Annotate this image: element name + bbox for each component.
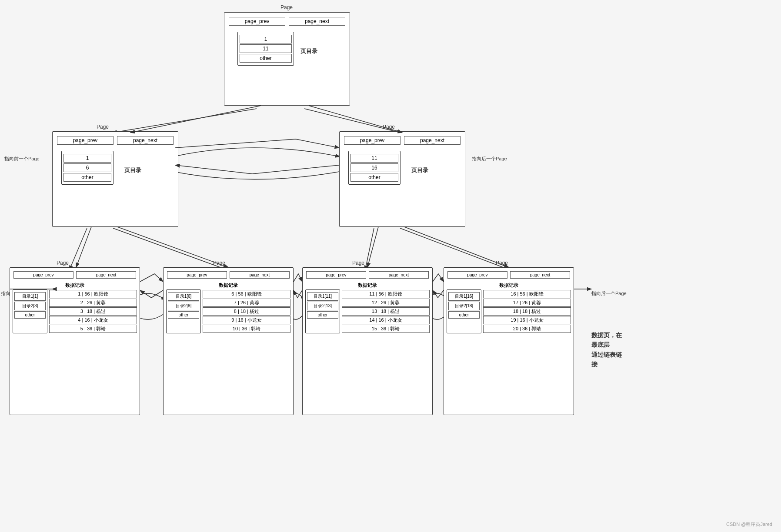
- l1-left-entry-6: 6: [63, 163, 111, 172]
- l2-page1-box: page_prev page_next 数据记录 目录1[6] 目录2[8] o…: [163, 267, 294, 415]
- root-page-prev: page_prev: [229, 17, 285, 26]
- l2p1-row2: 7 | 26 | 黄蓉: [203, 299, 290, 307]
- l2p3-dir2: 目录2[18]: [448, 302, 480, 310]
- l2p0-data-rows: 1 | 56 | 欧阳锋 2 | 26 | 黄蓉 3 | 18 | 杨过 4 |…: [49, 289, 137, 333]
- svg-line-3: [113, 228, 226, 269]
- l1-right-page-prev: page_prev: [344, 136, 401, 145]
- l1-right-page-label: Page: [383, 124, 395, 130]
- l2p0-data-label: 数据记录: [10, 282, 140, 289]
- root-entry-1: 1: [240, 35, 292, 43]
- l1-left-dir-box: 1 6 other: [61, 151, 113, 185]
- point-next-l2: 指向后一个Page: [591, 290, 627, 297]
- l1-left-page-label: Page: [97, 124, 109, 130]
- root-page-box: page_prev page_next 1 11 other 页目录: [224, 12, 350, 106]
- watermark: CSDN @程序员Jared: [726, 521, 772, 528]
- l2p1-row3: 8 | 18 | 杨过: [203, 307, 290, 316]
- l2p1-dir-other: other: [168, 311, 199, 319]
- svg-line-0: [113, 109, 257, 133]
- l2p2-row2: 12 | 26 | 黄蓉: [342, 299, 430, 307]
- l2p2-row4: 14 | 16 | 小龙女: [342, 316, 430, 324]
- l2p0-dir-other: other: [14, 311, 46, 319]
- l2p0-dir2: 目录2[3]: [14, 302, 46, 310]
- l1-left-entry-other: other: [63, 173, 111, 182]
- l1-right-entry-other: other: [350, 173, 398, 182]
- svg-line-8: [130, 106, 261, 133]
- l1-left-entry-1: 1: [63, 154, 111, 163]
- l2-page2-box: page_prev page_next 数据记录 目录1[11] 目录2[13]…: [302, 267, 433, 415]
- l2p3-data-label: 数据记录: [444, 282, 574, 289]
- l2p0-dir-box: 目录1[1] 目录2[3] other: [13, 289, 47, 333]
- l2p1-row4: 9 | 16 | 小龙女: [203, 316, 290, 324]
- l1-right-entry-16: 16: [350, 163, 398, 172]
- l2-page3-box: page_prev page_next 数据记录 目录1[16] 目录2[18]…: [444, 267, 574, 415]
- l2p1-dir1: 目录1[6]: [168, 292, 199, 301]
- bottom-note: 数据页，在最底层通过链表链接: [591, 330, 657, 369]
- l1-left-box: page_prev page_next 1 6 other 页目录: [52, 131, 178, 227]
- root-dir-label: 页目录: [300, 47, 317, 55]
- l2p2-row1: 11 | 56 | 欧阳锋: [342, 290, 430, 298]
- l2p2-data-label: 数据记录: [303, 282, 432, 289]
- l2p3-page-next: page_next: [510, 271, 570, 279]
- arrows-svg: [0, 0, 781, 532]
- l2p1-data-rows: 6 | 56 | 欧阳锋 7 | 26 | 黄蓉 8 | 18 | 杨过 9 |…: [203, 289, 290, 333]
- l2p2-dir-box: 目录1[11] 目录2[13] other: [305, 289, 340, 333]
- l2-p2-label: Page: [352, 260, 364, 266]
- l1-right-page-next: page_next: [404, 136, 461, 145]
- l2p3-row4: 19 | 16 | 小龙女: [483, 316, 571, 324]
- l2p3-row3: 18 | 18 | 杨过: [483, 307, 571, 316]
- l1-left-page-prev: page_prev: [57, 136, 113, 145]
- diagram-container: Page page_prev page_next 1 11 other 页目录 …: [0, 0, 781, 532]
- l2-p1-label: Page: [213, 260, 225, 266]
- root-page-next: page_next: [289, 17, 345, 26]
- l2p0-row5: 5 | 36 | 郭靖: [49, 325, 137, 333]
- l2p3-row5: 20 | 36 | 郭靖: [483, 325, 571, 333]
- l2p2-dir2: 目录2[13]: [307, 302, 338, 310]
- l1-left-dir-label: 页目录: [124, 166, 141, 174]
- l2p0-row4: 4 | 16 | 小龙女: [49, 316, 137, 324]
- l2-page0-box: page_prev page_next 数据记录 目录1[1] 目录2[3] o…: [10, 267, 140, 415]
- svg-line-2: [70, 228, 87, 269]
- root-page-label: Page: [280, 4, 293, 10]
- point-prev-left-l1: 指向前一个Page: [4, 156, 40, 162]
- l2p0-row2: 2 | 26 | 黄蓉: [49, 299, 137, 307]
- l2p2-dir-other: other: [307, 311, 338, 319]
- l1-right-box: page_prev page_next 11 16 other 页目录: [339, 131, 465, 227]
- l1-left-page-next: page_next: [117, 136, 174, 145]
- svg-line-13: [404, 227, 509, 267]
- l2p1-dir-box: 目录1[6] 目录2[8] other: [166, 289, 201, 333]
- l2p3-page-prev: page_prev: [447, 271, 507, 279]
- l2p3-row2: 17 | 26 | 黄蓉: [483, 299, 571, 307]
- l2-p3-label: Page: [496, 260, 508, 266]
- l1-right-entry-11: 11: [350, 154, 398, 163]
- svg-line-5: [400, 228, 509, 269]
- svg-line-12: [367, 227, 378, 267]
- root-entry-other: other: [240, 54, 292, 63]
- l2p3-data-rows: 16 | 56 | 欧阳锋 17 | 26 | 黄蓉 18 | 18 | 杨过 …: [483, 289, 571, 333]
- l2p2-dir1: 目录1[11]: [307, 292, 338, 301]
- l2p2-data-rows: 11 | 56 | 欧阳锋 12 | 26 | 黄蓉 13 | 18 | 杨过 …: [342, 289, 430, 333]
- l2p0-page-prev: page_prev: [13, 271, 73, 279]
- l2p0-dir1: 目录1[1]: [14, 292, 46, 301]
- l2p0-row3: 3 | 18 | 杨过: [49, 307, 137, 316]
- l2p3-dir-box: 目录1[16] 目录2[18] other: [447, 289, 481, 333]
- l2p1-row5: 10 | 36 | 郭靖: [203, 325, 290, 333]
- l2p0-page-next: page_next: [76, 271, 136, 279]
- l1-right-dir-box: 11 16 other: [348, 151, 401, 185]
- l2p1-page-next: page_next: [230, 271, 290, 279]
- main-arrows: [0, 0, 781, 532]
- l2p1-row1: 6 | 56 | 欧阳锋: [203, 290, 290, 298]
- l2p0-row1: 1 | 56 | 欧阳锋: [49, 290, 137, 298]
- l1-right-dir-label: 页目录: [411, 166, 428, 174]
- point-next-right-l1: 指向后一个Page: [472, 156, 507, 162]
- l2-p0-label: Page: [57, 260, 69, 266]
- l2p2-page-prev: page_prev: [306, 271, 366, 279]
- l2p2-row3: 13 | 18 | 杨过: [342, 307, 430, 316]
- l2p3-dir-other: other: [448, 311, 480, 319]
- svg-line-10: [76, 227, 91, 267]
- l2p1-data-label: 数据记录: [164, 282, 293, 289]
- svg-line-4: [365, 228, 374, 269]
- l2p3-row1: 16 | 56 | 欧阳锋: [483, 290, 571, 298]
- l2p2-row5: 15 | 36 | 郭靖: [342, 325, 430, 333]
- l2p1-page-prev: page_prev: [167, 271, 227, 279]
- root-dir-box: 1 11 other: [237, 32, 294, 66]
